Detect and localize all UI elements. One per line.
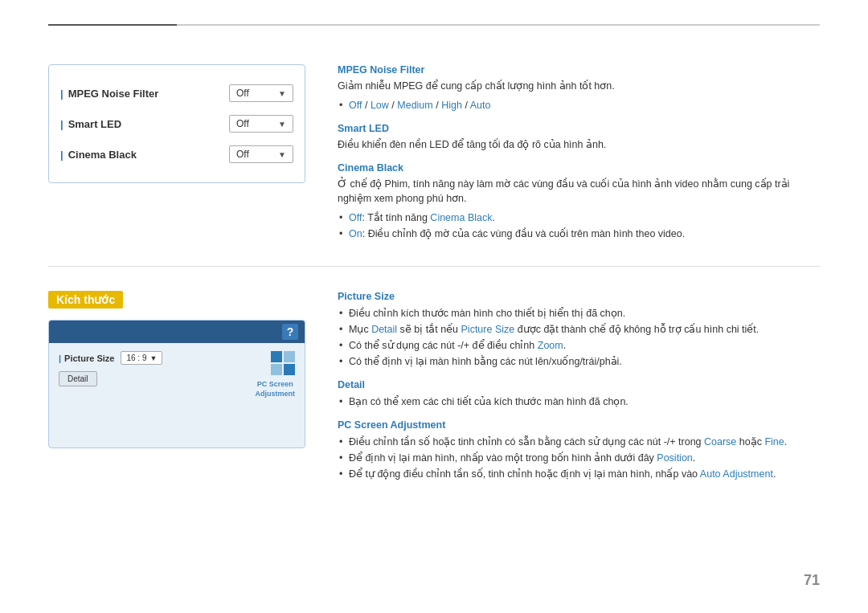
cinema-black-bullets: Off: Tắt tính năng Cinema Black. On: Điề… xyxy=(338,210,820,242)
setting-row-mpeg: MPEG Noise Filter Off ▼ xyxy=(60,78,293,108)
detail-bullet-1: Bạn có thể xem các chi tiết của kích thư… xyxy=(349,394,820,410)
kich-thuoc-label: Kích thước xyxy=(48,291,123,309)
cinema-black-bullet-2: On: Điều chỉnh độ mờ của các vùng đầu và… xyxy=(349,226,820,242)
picture-size-bullet-3: Có thể sử dụng các nút -/+ để điều chỉnh… xyxy=(349,337,820,353)
preview-detail-button[interactable]: Detail xyxy=(59,371,97,386)
bottom-right-panel: Picture Size Điều chỉnh kích thước màn h… xyxy=(338,291,820,482)
smart-led-value: Off xyxy=(236,118,249,129)
detail-heading: Detail xyxy=(338,379,820,390)
picture-size-heading: Picture Size xyxy=(338,291,820,302)
section-divider xyxy=(48,266,820,267)
zoom-link: Zoom xyxy=(538,340,563,351)
mpeg-options-item: Off / Low / Medium / High / Auto xyxy=(349,97,820,113)
picture-size-bullet-4: Có thể định vị lại màn hình bằng các nút… xyxy=(349,353,820,370)
pc-screen-heading: PC Screen Adjustment xyxy=(338,419,820,431)
grid-cell-4 xyxy=(284,364,295,375)
cinema-black-value: Off xyxy=(236,149,249,160)
position-link: Position xyxy=(657,452,692,464)
picture-size-bullet-2: Mục Detail sẽ bị tắt nếu Picture Size đư… xyxy=(349,321,820,337)
left-panel: MPEG Noise Filter Off ▼ Smart LED Off ▼ … xyxy=(48,64,305,242)
preview-topbar: ? xyxy=(49,321,305,343)
pc-screen-bullet-1: Điều chỉnh tần số hoặc tinh chỉnh có sẵn… xyxy=(349,434,820,450)
cinema-black-text: Ở chế độ Phim, tính năng này làm mờ các … xyxy=(338,177,820,207)
mpeg-medium-link: Medium xyxy=(397,100,432,111)
bottom-left-panel: Kích thước ? Picture Size 16 : 9 ▼ Detai… xyxy=(48,291,305,482)
coarse-link: Coarse xyxy=(704,436,736,447)
smart-led-dropdown-arrow: ▼ xyxy=(278,120,286,129)
pc-screen-bullet-3: Để tự động điều chỉnh tần số, tinh chỉnh… xyxy=(349,466,820,482)
preview-box: ? Picture Size 16 : 9 ▼ Detail xyxy=(48,320,305,448)
auto-adjustment-link: Auto Adjustment xyxy=(700,468,773,480)
grid-icon xyxy=(271,351,295,375)
mpeg-options-list: Off / Low / Medium / High / Auto xyxy=(338,97,820,113)
top-line-accent xyxy=(48,24,177,26)
detail-bullets: Bạn có thể xem các chi tiết của kích thư… xyxy=(338,394,820,410)
mpeg-heading: MPEG Noise Filter xyxy=(338,64,820,76)
preview-picture-size-label: Picture Size xyxy=(59,353,114,363)
picture-size-bullets: Điều chỉnh kích thước màn hình cho thiết… xyxy=(338,305,820,370)
bottom-section: Kích thước ? Picture Size 16 : 9 ▼ Detai… xyxy=(48,291,820,482)
grid-cell-2 xyxy=(284,351,295,362)
cinema-black-bullet-1: Off: Tắt tính năng Cinema Black. xyxy=(349,210,820,226)
mpeg-auto-link: Auto xyxy=(470,100,491,111)
smart-led-text: Điều khiển đèn nền LED để tăng tối đa độ… xyxy=(338,137,820,153)
preview-question-mark[interactable]: ? xyxy=(282,324,298,340)
mpeg-high-link: High xyxy=(441,100,462,111)
preview-picture-size-value: 16 : 9 xyxy=(126,353,146,362)
preview-content: Picture Size 16 : 9 ▼ Detail xyxy=(49,343,305,407)
cinema-black-select[interactable]: Off ▼ xyxy=(229,145,293,163)
mpeg-noise-filter-select[interactable]: Off ▼ xyxy=(229,84,293,102)
mpeg-text: Giảm nhiễu MPEG để cung cấp chất lượng h… xyxy=(338,79,820,94)
cinema-off-link: Off xyxy=(349,212,362,223)
preview-picture-size-select[interactable]: 16 : 9 ▼ xyxy=(121,351,162,365)
mpeg-noise-filter-label: MPEG Noise Filter xyxy=(60,88,158,100)
fine-link: Fine xyxy=(764,436,784,447)
preview-right: PC ScreenAdjustment xyxy=(256,351,296,398)
grid-cell-1 xyxy=(271,351,282,362)
cinema-black-heading: Cinema Black xyxy=(338,162,820,174)
smart-led-label: Smart LED xyxy=(60,118,121,130)
right-panel-top: MPEG Noise Filter Giảm nhiễu MPEG để cun… xyxy=(338,64,820,242)
settings-box: MPEG Noise Filter Off ▼ Smart LED Off ▼ … xyxy=(48,64,305,183)
setting-row-smart-led: Smart LED Off ▼ xyxy=(60,108,293,139)
preview-left: Picture Size 16 : 9 ▼ Detail xyxy=(59,351,246,398)
detail-link: Detail xyxy=(371,324,397,335)
picture-size-link: Picture Size xyxy=(461,324,515,335)
picture-size-bullet-1: Điều chỉnh kích thước màn hình cho thiết… xyxy=(349,305,820,321)
smart-led-select[interactable]: Off ▼ xyxy=(229,115,293,133)
cinema-black-label: Cinema Black xyxy=(60,149,137,161)
top-section: MPEG Noise Filter Off ▼ Smart LED Off ▼ … xyxy=(48,64,820,242)
preview-picture-size-row: Picture Size 16 : 9 ▼ xyxy=(59,351,246,365)
pc-screen-bullets: Điều chỉnh tần số hoặc tinh chỉnh có sẵn… xyxy=(338,434,820,482)
mpeg-noise-filter-value: Off xyxy=(236,88,249,99)
preview-detail-wrapper: Detail xyxy=(59,371,246,386)
smart-led-heading: Smart LED xyxy=(338,123,820,134)
cinema-black-dropdown-arrow: ▼ xyxy=(278,150,286,159)
top-divider xyxy=(48,24,820,26)
mpeg-off-link: Off xyxy=(349,100,362,111)
cinema-on-link: On xyxy=(349,228,362,239)
cinema-black-link-1: Cinema Black xyxy=(430,212,492,223)
page-number: 71 xyxy=(804,572,820,589)
mpeg-low-link: Low xyxy=(371,100,389,111)
pc-screen-bullet-2: Để định vị lại màn hình, nhấp vào một tr… xyxy=(349,450,820,466)
pc-screen-text: PC ScreenAdjustment xyxy=(256,380,296,398)
setting-row-cinema-black: Cinema Black Off ▼ xyxy=(60,139,293,170)
grid-cell-3 xyxy=(271,364,282,375)
mpeg-dropdown-arrow: ▼ xyxy=(278,89,286,98)
preview-size-arrow: ▼ xyxy=(149,354,157,362)
